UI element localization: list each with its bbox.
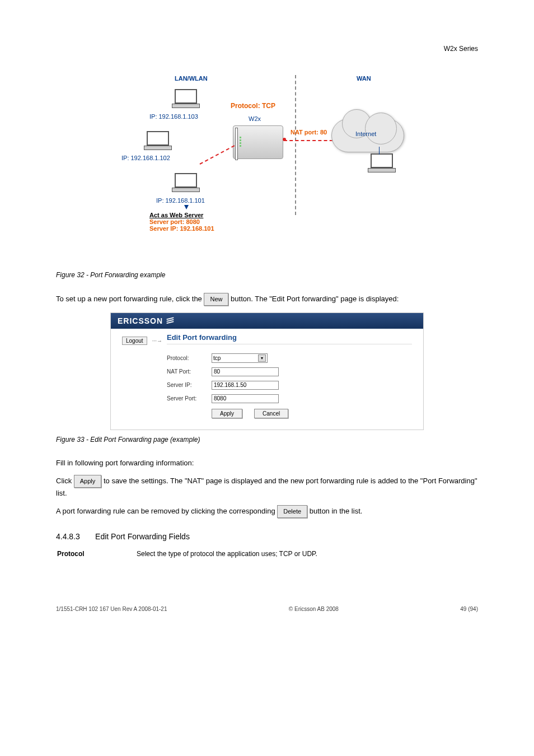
delete-button-inline: Delete — [277, 505, 307, 518]
cancel-button[interactable]: Cancel — [254, 409, 288, 418]
cloud-icon: Internet — [331, 119, 404, 152]
header-product: W2x Series — [56, 45, 478, 53]
footer-copyright: © Ericsson AB 2008 — [289, 606, 339, 612]
protocol-field-label: Protocol: — [167, 355, 212, 361]
protocol-select[interactable]: tcp ▾ — [212, 353, 268, 363]
red-dot — [283, 138, 286, 141]
ui-titlebar: ERICSSON — [111, 313, 423, 329]
laptop-2 — [144, 131, 172, 151]
act-as-label: Act as Web Server Server port: 8080 Serv… — [149, 212, 214, 232]
edit-port-forwarding-panel: ERICSSON Logout ···→ Edit Port forwardin… — [110, 312, 424, 430]
ericsson-logo-icon — [166, 317, 174, 325]
server-ip-input[interactable] — [212, 381, 279, 390]
new-button-inline: New — [204, 293, 228, 306]
breadcrumb-arrow-icon: ···→ — [152, 338, 162, 344]
figure-33-caption: Figure 33 - Edit Port Forwarding page (e… — [56, 436, 478, 444]
protocol-label: Protocol: TCP — [231, 102, 275, 110]
fields-table: Protocol Select the type of protocol the… — [56, 547, 478, 561]
laptop-1 — [172, 89, 200, 109]
nat-port-input[interactable] — [212, 367, 279, 376]
apply-button[interactable]: Apply — [212, 409, 242, 418]
chevron-down-icon: ▾ — [258, 354, 266, 362]
nat-port-field-label: NAT Port: — [167, 368, 212, 375]
lan-label: LAN/WLAN — [175, 75, 208, 82]
ip-label-3: IP: 192.168.1.101 — [156, 197, 205, 204]
apply-button-inline: Apply — [74, 475, 102, 488]
table-row: Protocol Select the type of protocol the… — [57, 548, 477, 560]
paragraph-new: To set up a new port forwarding rule, cl… — [56, 293, 478, 306]
figure-32-caption: Figure 32 - Port Forwarding example — [56, 271, 478, 279]
ip-label-1: IP: 192.168.1.103 — [149, 113, 198, 120]
paragraph-delete: A port forwarding rule can be removed by… — [56, 505, 478, 518]
logout-button[interactable]: Logout — [122, 337, 147, 345]
network-diagram: LAN/WLAN WAN IP: 192.168.1.103 IP: 192.1… — [116, 75, 418, 265]
server-port-input[interactable] — [212, 394, 279, 403]
nat-port-label: NAT port: 80 — [291, 129, 327, 136]
footer-pagenum: 49 (94) — [460, 606, 478, 612]
paragraph-apply: Click Apply to save the settings. The "N… — [56, 475, 478, 498]
wan-label: WAN — [357, 75, 371, 82]
field-name: Protocol — [57, 550, 85, 558]
server-port-field-label: Server Port: — [167, 395, 212, 402]
cloud-connector — [379, 147, 380, 155]
arrow-down-icon — [184, 205, 189, 209]
field-desc: Select the type of protocol the applicat… — [137, 548, 477, 560]
server-ip-field-label: Server IP: — [167, 382, 212, 388]
footer-docid: 1/1551-CRH 102 167 Uen Rev A 2008-01-21 — [56, 606, 167, 612]
ip-label-2: IP: 192.168.1.102 — [121, 155, 170, 161]
fields-intro: Fill in following port forwarding inform… — [56, 458, 478, 469]
router-device — [231, 115, 287, 160]
section-heading: 4.4.8.3 Edit Port Forwarding Fields — [56, 532, 478, 541]
page-title: Edit Port forwarding — [167, 333, 412, 344]
red-dash-1 — [200, 145, 235, 165]
laptop-3 — [172, 173, 200, 193]
divider-line — [295, 75, 296, 215]
laptop-remote — [368, 153, 396, 174]
internet-label: Internet — [355, 130, 376, 137]
brand-label: ERICSSON — [118, 316, 163, 325]
page-footer: 1/1551-CRH 102 167 Uen Rev A 2008-01-21 … — [56, 606, 478, 612]
